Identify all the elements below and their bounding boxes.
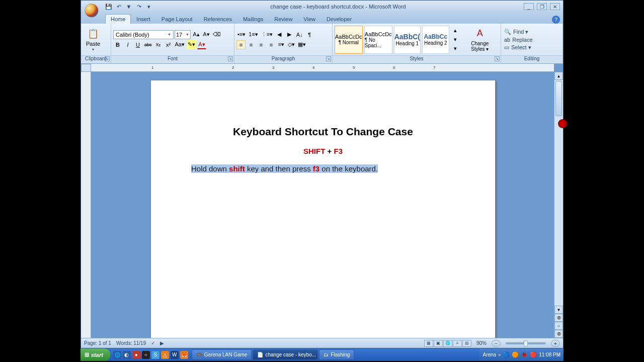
shrink-font-button[interactable]: A▾ bbox=[202, 30, 211, 39]
save-button[interactable]: 💾 bbox=[105, 3, 112, 10]
minimize-button[interactable]: _ bbox=[524, 3, 534, 10]
view-web[interactable]: 🌐 bbox=[443, 340, 452, 347]
status-macro-icon[interactable]: ▶ bbox=[160, 340, 164, 346]
tab-references[interactable]: References bbox=[198, 14, 237, 24]
vertical-ruler[interactable] bbox=[81, 72, 91, 338]
show-marks-button[interactable]: ¶ bbox=[305, 30, 314, 39]
ruler-corner[interactable] bbox=[81, 64, 91, 72]
browse-prev-button[interactable]: ⦿ bbox=[554, 314, 563, 322]
taskbar-item-garena[interactable]: 🎮Garena LAN Game bbox=[192, 349, 252, 360]
style-normal[interactable]: AaBbCcDc¶ Normal bbox=[335, 26, 363, 54]
zoom-thumb[interactable] bbox=[524, 340, 528, 346]
font-color-button[interactable]: A▾ bbox=[197, 40, 206, 49]
align-right-button[interactable]: ≡ bbox=[257, 40, 266, 49]
quicklaunch-icon[interactable]: 🌐 bbox=[113, 351, 121, 359]
style-no-spacing[interactable]: AaBbCcDc¶ No Spaci... bbox=[364, 26, 392, 54]
clear-formatting-button[interactable]: ⌫ bbox=[212, 30, 222, 39]
quicklaunch-icon[interactable]: ◐ bbox=[123, 351, 131, 359]
start-button[interactable]: ⊞ start bbox=[80, 348, 110, 361]
style-heading-2[interactable]: AaBbCcHeading 2 bbox=[422, 26, 449, 54]
scroll-thumb[interactable] bbox=[555, 81, 562, 116]
taskbar-item-flashing[interactable]: 🗂Flashing bbox=[319, 349, 354, 360]
browse-next-button[interactable]: ⦿ bbox=[554, 330, 563, 338]
zoom-in-button[interactable]: + bbox=[551, 340, 560, 347]
style-heading-1[interactable]: AaBbC(Heading 1 bbox=[394, 26, 421, 54]
change-styles-button[interactable]: A Change Styles ▾ bbox=[461, 27, 499, 53]
undo-button[interactable]: ↶ bbox=[115, 3, 122, 10]
styles-dialog-launcher[interactable]: ↘ bbox=[495, 56, 500, 61]
quicklaunch-icon[interactable]: ● bbox=[132, 351, 140, 359]
align-left-button[interactable]: ≡ bbox=[236, 40, 246, 49]
browse-object-button[interactable]: ○ bbox=[554, 322, 563, 330]
view-draft[interactable]: ▤ bbox=[462, 340, 471, 347]
tab-developer[interactable]: Developer bbox=[321, 14, 357, 24]
status-page[interactable]: Page: 1 of 1 bbox=[84, 340, 111, 346]
view-print-layout[interactable]: ▦ bbox=[424, 340, 433, 347]
align-center-button[interactable]: ≡ bbox=[247, 40, 256, 49]
decrease-indent-button[interactable]: ◀ bbox=[275, 30, 284, 39]
bullets-button[interactable]: •≡▾ bbox=[236, 30, 247, 39]
font-size-select[interactable]: 17▼ bbox=[175, 30, 191, 39]
styles-row-down[interactable]: ▾ bbox=[451, 35, 460, 44]
tray-arena[interactable]: Arena bbox=[482, 352, 496, 357]
help-button[interactable]: ? bbox=[552, 16, 560, 24]
increase-indent-button[interactable]: ▶ bbox=[285, 30, 294, 39]
scroll-down-button[interactable]: ▼ bbox=[554, 306, 563, 314]
quicklaunch-icon[interactable]: S bbox=[151, 351, 159, 359]
document-page[interactable]: Keyboard Shortcut To Change Case SHIFT +… bbox=[150, 80, 496, 338]
quicklaunch-icon[interactable]: W bbox=[171, 351, 179, 359]
vertical-scrollbar[interactable]: ▲ ▼ ⦿ ○ ⦿ bbox=[554, 72, 563, 338]
clipboard-dialog-launcher[interactable]: ↘ bbox=[105, 56, 110, 61]
close-button[interactable]: ✕ bbox=[550, 3, 560, 10]
tray-icon[interactable]: 🟠 bbox=[512, 351, 519, 358]
tray-expand[interactable]: » bbox=[498, 352, 501, 357]
office-button[interactable] bbox=[81, 1, 102, 13]
bold-button[interactable]: B bbox=[113, 40, 122, 49]
sort-button[interactable]: A↓ bbox=[295, 30, 304, 39]
quicklaunch-icon[interactable]: △ bbox=[161, 351, 169, 359]
shading-button[interactable]: ◇▾ bbox=[287, 40, 296, 49]
tray-icon[interactable]: 🐞 bbox=[521, 351, 528, 358]
subscript-button[interactable]: x₂ bbox=[154, 40, 163, 49]
paragraph-dialog-launcher[interactable]: ↘ bbox=[326, 56, 331, 61]
borders-button[interactable]: ▦▾ bbox=[297, 40, 307, 49]
undo-dropdown[interactable]: ▼ bbox=[125, 3, 132, 10]
qat-customize[interactable]: ▾ bbox=[145, 3, 152, 10]
view-outline[interactable]: ≡ bbox=[453, 340, 462, 347]
tab-home[interactable]: Home bbox=[105, 14, 131, 24]
underline-button[interactable]: U bbox=[133, 40, 142, 49]
quicklaunch-icon[interactable]: ○ bbox=[142, 351, 150, 359]
view-full-screen[interactable]: ▣ bbox=[434, 340, 443, 347]
styles-more[interactable]: ▾ bbox=[451, 44, 460, 53]
tray-icon[interactable]: 🔵 bbox=[503, 351, 510, 358]
italic-button[interactable]: I bbox=[123, 40, 132, 49]
grow-font-button[interactable]: A▴ bbox=[192, 30, 201, 39]
change-case-button[interactable]: Aa▾ bbox=[174, 40, 186, 49]
multilevel-button[interactable]: ⋮≡▾ bbox=[260, 30, 274, 39]
justify-button[interactable]: ≡ bbox=[267, 40, 276, 49]
zoom-slider[interactable] bbox=[506, 342, 546, 344]
paste-button[interactable]: 📋 Paste ▼ bbox=[83, 27, 103, 52]
redo-button[interactable]: ↷ bbox=[135, 3, 142, 10]
status-words[interactable]: Words: 11/19 bbox=[116, 340, 146, 346]
styles-row-up[interactable]: ▴ bbox=[451, 26, 460, 35]
maximize-button[interactable]: ❐ bbox=[537, 3, 547, 10]
tray-icon[interactable]: 🔴 bbox=[530, 351, 537, 358]
taskbar-item-word[interactable]: 📄change case - keybo... bbox=[253, 349, 318, 360]
status-proof-icon[interactable]: ✓ bbox=[151, 340, 155, 346]
horizontal-ruler[interactable]: 1 2 3 4 5 6 7 bbox=[91, 64, 554, 72]
line-spacing-button[interactable]: ≡▾ bbox=[277, 40, 286, 49]
strikethrough-button[interactable]: abc bbox=[143, 40, 153, 49]
select-button[interactable]: ▭Select ▾ bbox=[503, 44, 534, 51]
font-name-select[interactable]: Calibri (Body)▼ bbox=[113, 30, 174, 39]
tab-insert[interactable]: Insert bbox=[131, 14, 156, 24]
scroll-up-button[interactable]: ▲ bbox=[554, 72, 563, 80]
numbering-button[interactable]: 1≡▾ bbox=[248, 30, 259, 39]
replace-button[interactable]: abReplace bbox=[503, 36, 534, 43]
tab-page-layout[interactable]: Page Layout bbox=[156, 14, 198, 24]
tab-review[interactable]: Review bbox=[269, 14, 298, 24]
tray-clock[interactable]: 11:08 PM bbox=[539, 352, 560, 357]
zoom-level[interactable]: 90% bbox=[476, 340, 487, 346]
find-button[interactable]: 🔍Find ▾ bbox=[503, 28, 534, 36]
tab-view[interactable]: View bbox=[298, 14, 321, 24]
